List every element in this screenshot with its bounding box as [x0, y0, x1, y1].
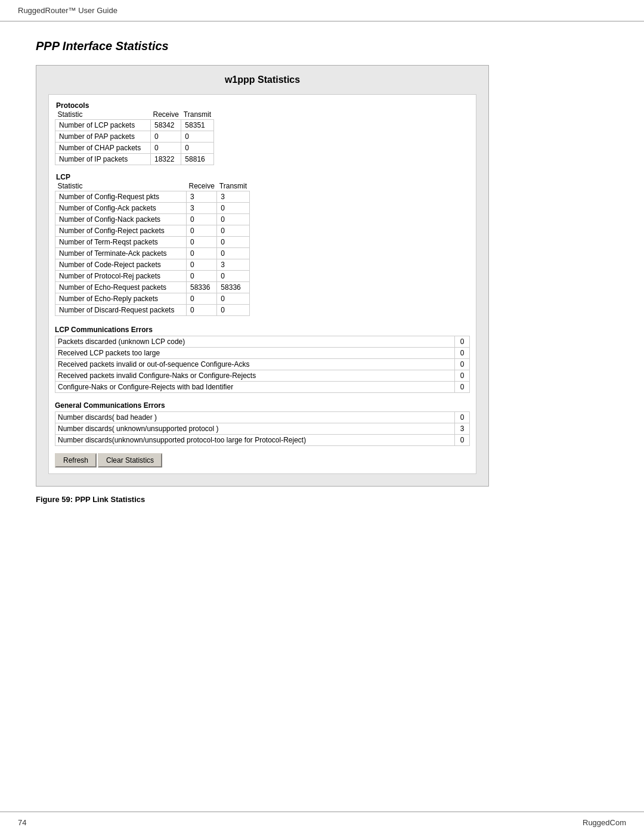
protocols-row-label: Number of IP packets: [55, 154, 151, 165]
lcp-row-transmit: 58336: [217, 282, 249, 293]
lcp-row-receive: 0: [187, 271, 217, 282]
lcp-errors-table: Packets discarded (unknown LCP code) 0 R…: [55, 336, 470, 393]
protocols-row-receive: 18322: [151, 154, 181, 165]
general-errors-section: General Communications Errors Number dis…: [55, 399, 470, 446]
general-error-value: 0: [455, 412, 470, 423]
lcp-table-row: Number of Config-Reject packets 0 0: [55, 225, 250, 237]
stats-inner: Protocols Statistic Receive Transmit Num…: [48, 94, 476, 474]
button-area: Refresh Clear Statistics: [55, 453, 470, 467]
protocols-row-transmit: 58351: [181, 120, 213, 131]
protocols-row-transmit: 58816: [181, 154, 213, 165]
lcp-error-label: Received packets invalid Configure-Naks …: [55, 370, 455, 382]
page-header: RuggedRouter™ User Guide: [0, 0, 644, 21]
lcp-row-label: Number of Terminate-Ack packets: [55, 248, 187, 259]
lcp-errors-label: LCP Communications Errors: [55, 323, 470, 336]
protocols-table: Statistic Receive Transmit Number of LCP…: [55, 110, 214, 165]
lcp-row-label: Number of Config-Reject packets: [55, 225, 187, 237]
page-title: PPP Interface Statistics: [36, 39, 608, 53]
lcp-row-transmit: 0: [217, 271, 249, 282]
protocols-row-transmit: 0: [181, 131, 213, 143]
lcp-table-row: Number of Config-Nack packets 0 0: [55, 214, 250, 225]
lcp-error-label: Configure-Naks or Configure-Rejects with…: [55, 382, 455, 393]
general-error-label: Number discards( unknown/unsupported pro…: [55, 423, 455, 435]
lcp-row-transmit: 3: [217, 259, 249, 271]
lcp-row-transmit: 0: [217, 248, 249, 259]
general-error-label: Number discards( bad header ): [55, 412, 455, 423]
lcp-row-label: Number of Term-Reqst packets: [55, 237, 187, 248]
protocols-row-label: Number of PAP packets: [55, 131, 151, 143]
lcp-col-statistic: Statistic: [55, 181, 187, 191]
lcp-error-label: Packets discarded (unknown LCP code): [55, 336, 455, 348]
protocols-row-label: Number of CHAP packets: [55, 143, 151, 154]
lcp-row-label: Number of Discard-Request packets: [55, 305, 187, 316]
general-error-row: Number discards( unknown/unsupported pro…: [55, 423, 470, 435]
lcp-row-label: Number of Echo-Request packets: [55, 282, 187, 293]
lcp-error-row: Configure-Naks or Configure-Rejects with…: [55, 382, 470, 393]
lcp-table-row: Number of Code-Reject packets 0 3: [55, 259, 250, 271]
lcp-table-row: Number of Term-Reqst packets 0 0: [55, 237, 250, 248]
lcp-error-row: Received LCP packets too large 0: [55, 348, 470, 359]
protocols-col-statistic: Statistic: [55, 110, 151, 120]
lcp-error-value: 0: [455, 382, 470, 393]
protocols-table-row: Number of PAP packets 0 0: [55, 131, 214, 143]
protocols-table-row: Number of LCP packets 58342 58351: [55, 120, 214, 131]
protocols-row-receive: 0: [151, 131, 181, 143]
lcp-error-row: Packets discarded (unknown LCP code) 0: [55, 336, 470, 348]
lcp-row-transmit: 0: [217, 305, 249, 316]
lcp-row-receive: 0: [187, 305, 217, 316]
protocols-table-row: Number of IP packets 18322 58816: [55, 154, 214, 165]
lcp-error-value: 0: [455, 370, 470, 382]
lcp-table: Statistic Receive Transmit Number of Con…: [55, 181, 250, 316]
lcp-section-header: LCP: [55, 172, 470, 181]
general-error-row: Number discards(unknown/unsupported prot…: [55, 435, 470, 446]
footer-page-number: 74: [18, 818, 26, 827]
general-errors-table: Number discards( bad header ) 0 Number d…: [55, 411, 470, 446]
lcp-row-receive: 0: [187, 237, 217, 248]
lcp-row-transmit: 0: [217, 237, 249, 248]
lcp-row-label: Number of Protocol-Rej packets: [55, 271, 187, 282]
lcp-row-transmit: 0: [217, 203, 249, 214]
general-error-value: 0: [455, 435, 470, 446]
lcp-table-row: Number of Terminate-Ack packets 0 0: [55, 248, 250, 259]
lcp-row-label: Number of Config-Nack packets: [55, 214, 187, 225]
figure-caption: Figure 59: PPP Link Statistics: [36, 495, 608, 504]
protocols-col-receive: Receive: [151, 110, 181, 120]
lcp-row-receive: 3: [187, 191, 217, 203]
protocols-row-label: Number of LCP packets: [55, 120, 151, 131]
protocols-col-transmit: Transmit: [181, 110, 213, 120]
main-content: PPP Interface Statistics w1ppp Statistic…: [0, 21, 644, 522]
lcp-table-row: Number of Protocol-Rej packets 0 0: [55, 271, 250, 282]
lcp-row-receive: 58336: [187, 282, 217, 293]
lcp-row-transmit: 0: [217, 225, 249, 237]
protocols-section-header: Protocols: [55, 101, 470, 110]
protocols-row-transmit: 0: [181, 143, 213, 154]
lcp-error-value: 0: [455, 348, 470, 359]
protocols-row-receive: 58342: [151, 120, 181, 131]
lcp-row-receive: 3: [187, 203, 217, 214]
general-error-row: Number discards( bad header ) 0: [55, 412, 470, 423]
lcp-row-receive: 0: [187, 293, 217, 305]
lcp-table-row: Number of Config-Ack packets 3 0: [55, 203, 250, 214]
lcp-col-transmit: Transmit: [217, 181, 249, 191]
general-error-label: Number discards(unknown/unsupported prot…: [55, 435, 455, 446]
lcp-error-row: Received packets invalid or out-of-seque…: [55, 359, 470, 370]
lcp-table-row: Number of Echo-Request packets 58336 583…: [55, 282, 250, 293]
header-title: RuggedRouter™ User Guide: [18, 6, 117, 15]
lcp-row-transmit: 3: [217, 191, 249, 203]
stats-panel: w1ppp Statistics Protocols Statistic Rec…: [36, 65, 489, 487]
stats-panel-title: w1ppp Statistics: [48, 75, 476, 85]
refresh-button[interactable]: Refresh: [55, 453, 97, 467]
lcp-table-row: Number of Config-Request pkts 3 3: [55, 191, 250, 203]
lcp-table-row: Number of Echo-Reply packets 0 0: [55, 293, 250, 305]
general-errors-label: General Communications Errors: [55, 399, 470, 411]
protocols-row-receive: 0: [151, 143, 181, 154]
lcp-error-value: 0: [455, 336, 470, 348]
lcp-row-label: Number of Echo-Reply packets: [55, 293, 187, 305]
lcp-col-receive: Receive: [187, 181, 217, 191]
general-error-value: 3: [455, 423, 470, 435]
lcp-error-value: 0: [455, 359, 470, 370]
lcp-error-label: Received LCP packets too large: [55, 348, 455, 359]
clear-statistics-button[interactable]: Clear Statistics: [98, 453, 162, 467]
lcp-row-transmit: 0: [217, 214, 249, 225]
lcp-error-label: Received packets invalid or out-of-seque…: [55, 359, 455, 370]
